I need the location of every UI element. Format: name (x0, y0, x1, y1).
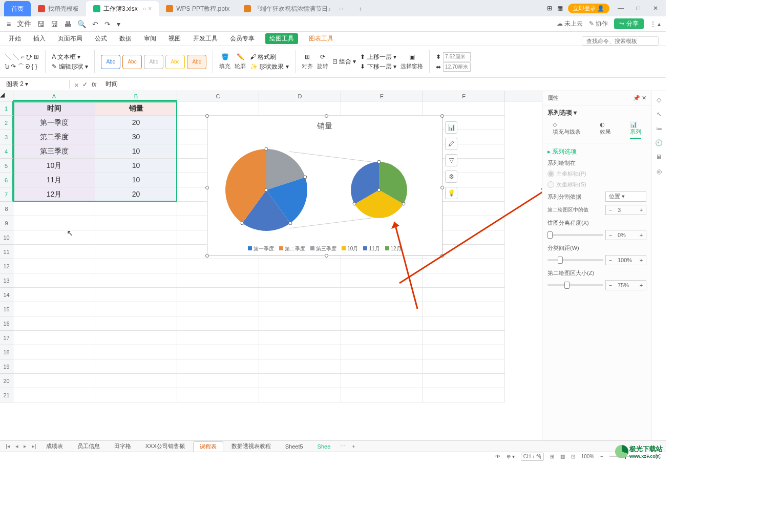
cell[interactable] (177, 316, 259, 331)
cell[interactable] (95, 245, 177, 259)
fn-cancel-icon[interactable]: ⨉ (75, 81, 78, 88)
chart-style-btn[interactable]: 🖊 (445, 138, 457, 150)
grid-icon[interactable]: ⊞ (547, 5, 552, 12)
cell[interactable] (259, 101, 341, 116)
section-series[interactable]: ▸ 系列选项 (547, 147, 646, 156)
tab-prev[interactable]: ◂ (14, 443, 20, 450)
cell[interactable]: 20 (95, 187, 177, 202)
row-header[interactable]: 10 (0, 230, 13, 245)
menu-view[interactable]: 视图 (167, 34, 182, 46)
tab-workbook[interactable]: 工作簿3.xlsx○ × (86, 1, 159, 16)
tab-home[interactable]: 首页 (4, 1, 31, 16)
cell[interactable]: 11月 (13, 173, 95, 187)
formula-value[interactable]: 时间 (101, 80, 122, 89)
cell[interactable]: 第二季度 (13, 130, 95, 144)
explode-slider[interactable] (547, 234, 603, 236)
series-dropdown[interactable]: 系列选项 ▾ (547, 109, 577, 116)
row-header[interactable]: 2 (0, 116, 13, 130)
cell[interactable]: 10 (95, 144, 177, 159)
row-header[interactable]: 17 (0, 331, 13, 345)
rotate-button[interactable]: ⟳ (317, 53, 328, 60)
size2-stepper[interactable]: −75%+ (605, 280, 646, 290)
menu-data[interactable]: 数据 (118, 34, 133, 46)
tab-add[interactable]: ＋ (349, 442, 358, 450)
editshape-button[interactable]: ✎ 编辑形状 ▾ (52, 62, 88, 71)
chart-idea-btn[interactable]: 💡 (445, 187, 457, 199)
cell[interactable] (259, 259, 341, 273)
view-break[interactable]: ⊡ (571, 454, 575, 459)
height-input[interactable]: ⬍ 7.62厘米 (436, 52, 471, 61)
name-box[interactable]: 图表 2 ▾ (0, 80, 70, 89)
tab-effects[interactable]: ◐效果 (600, 121, 611, 139)
pin-icon[interactable]: ○ (339, 5, 343, 12)
cell[interactable]: 20 (95, 116, 177, 130)
cell[interactable] (259, 331, 341, 345)
cell[interactable] (13, 273, 95, 288)
file-menu[interactable]: 文件 (15, 19, 33, 29)
cell[interactable] (341, 388, 423, 402)
cell[interactable] (13, 259, 95, 273)
view-page[interactable]: ▥ (560, 454, 565, 459)
collab-button[interactable]: ✎ 协作 (589, 19, 608, 28)
sheet-area[interactable]: ◢ A B C D E F 1时间销量2第一季度203第二季度304第三季度10… (0, 91, 542, 440)
row-header[interactable]: 8 (0, 202, 13, 216)
preview-icon[interactable]: 🔍 (76, 20, 88, 28)
cell[interactable] (95, 345, 177, 359)
chart-filter-btn[interactable]: ▽ (445, 154, 457, 166)
max-button[interactable]: □ (632, 5, 644, 12)
side-clock-icon[interactable]: 🕘 (655, 139, 663, 146)
cell[interactable] (177, 273, 259, 288)
save-icon[interactable]: 🖫 (36, 20, 46, 28)
cell[interactable] (341, 331, 423, 345)
shape-row2[interactable]: ն ↷ ⌒ ᘐ { } (5, 62, 39, 71)
cell[interactable] (341, 345, 423, 359)
move-down[interactable]: ⬇ 下移一层 ▾ (360, 62, 396, 71)
size2-slider[interactable] (547, 284, 603, 286)
cell[interactable] (423, 259, 505, 273)
more-icon[interactable]: ⋮ ▴ (650, 20, 661, 28)
cell[interactable] (95, 216, 177, 230)
cell[interactable] (95, 273, 177, 288)
col-E[interactable]: E (341, 91, 423, 101)
cell[interactable] (95, 259, 177, 273)
cell[interactable]: 销量 (95, 101, 177, 116)
row-header[interactable]: 4 (0, 144, 13, 159)
cell[interactable] (259, 288, 341, 302)
cell[interactable] (341, 374, 423, 388)
side-settings-icon[interactable]: ≔ (656, 125, 662, 132)
gap-slider[interactable] (547, 259, 603, 261)
cell[interactable]: 时间 (13, 101, 95, 116)
share-button[interactable]: ↪ 分享 (614, 18, 643, 29)
selection-pane[interactable]: ▣ (400, 53, 423, 60)
print-icon[interactable]: 🖶 (62, 20, 73, 28)
menu-insert[interactable]: 插入 (32, 34, 47, 46)
cell[interactable] (259, 388, 341, 402)
menu-draw-tool[interactable]: 绘图工具 (265, 33, 298, 44)
outline-button[interactable]: ✏️ (235, 53, 246, 60)
close-button[interactable]: ✕ (649, 5, 662, 12)
menu-review[interactable]: 审阅 (142, 34, 158, 46)
cell[interactable] (177, 388, 259, 402)
cell[interactable] (423, 374, 505, 388)
cell[interactable] (95, 388, 177, 402)
explode-stepper[interactable]: −0%+ (605, 230, 646, 240)
cell[interactable] (13, 202, 95, 216)
cell[interactable] (95, 374, 177, 388)
row-header[interactable]: 15 (0, 302, 13, 316)
cell[interactable]: 第三季度 (13, 144, 95, 159)
cell[interactable] (259, 359, 341, 374)
row-header[interactable]: 18 (0, 345, 13, 359)
zoom-out[interactable]: − (600, 454, 603, 459)
cell[interactable]: 第一季度 (13, 116, 95, 130)
cell[interactable] (259, 302, 341, 316)
menu-vip[interactable]: 会员专享 (228, 34, 256, 46)
tab-next[interactable]: ▸ (22, 443, 28, 450)
chart-settings-btn[interactable]: ⚙ (445, 171, 457, 183)
sheet-tab[interactable]: Sheet5 (279, 442, 309, 451)
layout-icon[interactable]: ⊕ ▾ (507, 454, 515, 459)
cell[interactable] (177, 359, 259, 374)
tab-ppt1[interactable]: WPS PPT教程.pptx (159, 1, 237, 16)
cell[interactable]: 12月 (13, 187, 95, 202)
menu-layout[interactable]: 页面布局 (56, 34, 84, 46)
fx-icon[interactable]: fx (92, 81, 96, 88)
